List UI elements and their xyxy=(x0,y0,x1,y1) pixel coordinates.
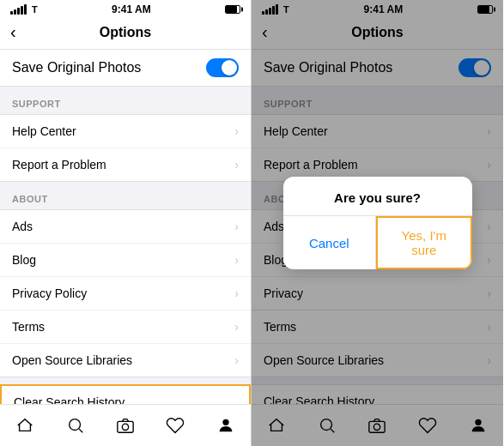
carrier-label: T xyxy=(32,4,38,15)
tab-profile[interactable] xyxy=(216,416,235,435)
save-photos-toggle[interactable] xyxy=(206,58,239,77)
chevron-icon: › xyxy=(234,220,239,233)
privacy-policy-item[interactable]: Privacy Policy › xyxy=(0,277,251,310)
battery-icon xyxy=(225,5,240,14)
svg-rect-2 xyxy=(118,421,133,432)
content-left: Save Original Photos SUPPORT Help Center… xyxy=(0,50,251,404)
status-right xyxy=(225,5,240,14)
clear-search-row[interactable]: Clear Search History xyxy=(0,384,251,404)
svg-point-3 xyxy=(122,424,128,430)
about-section-label: ABOUT xyxy=(0,182,251,209)
svg-point-4 xyxy=(222,419,228,425)
time-display-left: 9:41 AM xyxy=(112,3,151,15)
tab-search[interactable] xyxy=(66,416,85,435)
privacy-policy-label: Privacy Policy xyxy=(12,286,87,300)
modal-overlay: Are you sure? Cancel Yes, I'm sure xyxy=(252,0,503,446)
open-source-label: Open Source Libraries xyxy=(12,353,132,367)
signal-icon xyxy=(10,4,27,15)
tab-heart[interactable] xyxy=(166,416,185,435)
tab-home[interactable] xyxy=(15,416,34,435)
support-section: Help Center › Report a Problem › xyxy=(0,114,251,182)
ads-item[interactable]: Ads › xyxy=(0,210,251,244)
tab-bar-left xyxy=(0,404,251,446)
chevron-icon: › xyxy=(234,320,239,334)
svg-line-1 xyxy=(79,429,82,432)
confirmation-modal: Are you sure? Cancel Yes, I'm sure xyxy=(283,177,472,269)
status-bar-left: T 9:41 AM xyxy=(0,0,251,17)
blog-label: Blog xyxy=(12,253,36,267)
confirm-button[interactable]: Yes, I'm sure xyxy=(376,216,472,269)
clear-search-label: Clear Search History xyxy=(14,395,124,404)
cancel-button[interactable]: Cancel xyxy=(283,216,377,269)
chevron-icon: › xyxy=(234,124,239,138)
terms-label: Terms xyxy=(12,320,45,334)
status-left: T xyxy=(10,4,38,15)
ads-label: Ads xyxy=(12,220,33,233)
blog-item[interactable]: Blog › xyxy=(0,244,251,277)
modal-title: Are you sure? xyxy=(283,177,472,215)
terms-item[interactable]: Terms › xyxy=(0,310,251,344)
chevron-icon: › xyxy=(234,158,239,172)
back-button-left[interactable]: ‹ xyxy=(10,22,16,42)
chevron-icon: › xyxy=(234,253,239,267)
report-problem-label: Report a Problem xyxy=(12,158,106,172)
help-center-label: Help Center xyxy=(12,124,76,138)
report-problem-item[interactable]: Report a Problem › xyxy=(0,148,251,181)
chevron-icon: › xyxy=(234,353,239,367)
left-panel: T 9:41 AM ‹ Options Save Original Photos… xyxy=(0,0,252,446)
open-source-item[interactable]: Open Source Libraries › xyxy=(0,344,251,377)
svg-point-0 xyxy=(69,419,80,431)
modal-buttons: Cancel Yes, I'm sure xyxy=(283,215,472,269)
save-photos-row[interactable]: Save Original Photos xyxy=(0,50,251,87)
help-center-item[interactable]: Help Center › xyxy=(0,115,251,148)
save-photos-label: Save Original Photos xyxy=(12,60,141,75)
support-section-label: SUPPORT xyxy=(0,87,251,114)
right-panel: T 9:41 AM ‹ Options Save Original Photos… xyxy=(252,0,503,446)
page-title-left: Options xyxy=(100,25,151,40)
tab-camera[interactable] xyxy=(116,416,135,435)
chevron-icon: › xyxy=(234,286,239,300)
about-section: Ads › Blog › Privacy Policy › Terms › Op… xyxy=(0,209,251,377)
header-left: ‹ Options xyxy=(0,17,251,50)
